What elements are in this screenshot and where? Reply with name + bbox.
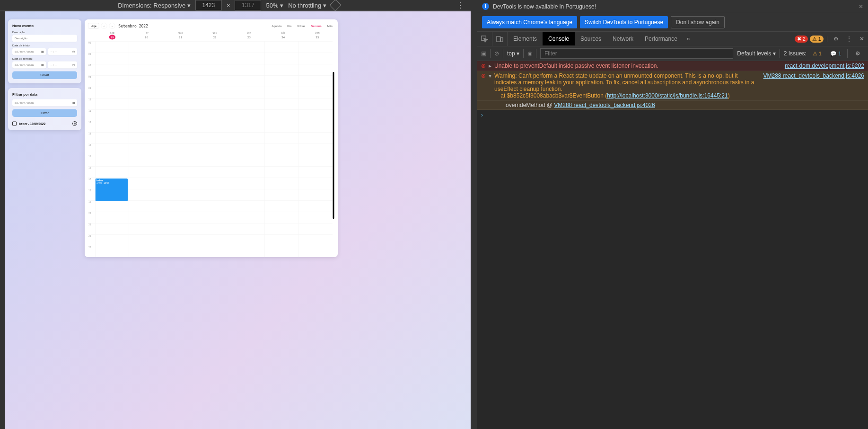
day-number[interactable]: 25 <box>314 35 320 40</box>
clear-console-icon[interactable]: ⊘ <box>494 50 499 57</box>
rotate-icon[interactable] <box>329 0 341 11</box>
day-number[interactable]: 21 <box>177 35 184 40</box>
console-error-row[interactable]: ⊗ ▸ Unable to preventDefault inside pass… <box>477 61 868 71</box>
start-date-input[interactable]: dd / mm / aaaa▦ <box>12 48 46 55</box>
hour-label: 22 <box>88 234 95 246</box>
issues-label[interactable]: 2 Issues: <box>784 50 807 57</box>
warning-count-badge[interactable]: ⚠ 1 <box>810 36 824 43</box>
log-source-link[interactable]: VM288 react_devtools_backend.js:4026 <box>763 72 864 99</box>
switch-language-button[interactable]: Switch DevTools to Portuguese <box>580 16 668 28</box>
infobar-close-icon[interactable]: ✕ <box>859 3 863 10</box>
match-language-button[interactable]: Always match Chrome's language <box>482 16 577 28</box>
error-icon: ⊗ <box>481 63 489 69</box>
log-message: Unable to preventDefault inside passive … <box>494 63 779 69</box>
live-expression-icon[interactable]: ◉ <box>527 50 532 57</box>
more-icon[interactable]: ⋮ <box>842 36 856 42</box>
devtools-tab-bar: Elements Console Sources Network Perform… <box>477 32 868 46</box>
inspect-element-icon[interactable] <box>477 32 492 46</box>
scrollbar-thumb[interactable] <box>333 72 334 219</box>
hour-label: 09 <box>88 87 95 98</box>
stack-trace-row[interactable]: overrideMethod @ VM288 react_devtools_ba… <box>477 101 868 110</box>
issues-warn-pill[interactable]: ⚠ 1 <box>810 50 824 57</box>
calendar-icon: ▦ <box>41 63 44 67</box>
event-list-item: beber - 19/09/2022 ✕ <box>12 121 77 126</box>
more-options-icon[interactable]: ⋮ <box>456 1 465 10</box>
view-week[interactable]: Semana <box>309 23 323 28</box>
day-name: Sáb <box>266 31 300 34</box>
log-message: Warning: Can't perform a React state upd… <box>494 72 758 99</box>
new-event-card: Novo evento Descrição Data de início dd … <box>8 19 81 83</box>
hour-label: 16 <box>88 166 95 178</box>
start-time-input[interactable]: -- : --◷ <box>48 48 77 55</box>
today-button[interactable]: Hoje <box>88 23 99 29</box>
delete-event-icon[interactable]: ✕ <box>72 121 77 126</box>
dismiss-language-button[interactable]: Don't show again <box>671 16 725 28</box>
event-item-text: beber - 19/09/2022 <box>19 122 70 125</box>
calendar-event-block[interactable]: beber 17:04 - 19:04 <box>96 179 128 201</box>
tab-sources[interactable]: Sources <box>575 32 607 45</box>
issues-info-pill[interactable]: 💬 1 <box>828 50 843 57</box>
zoom-dropdown[interactable]: 50% <box>266 2 283 9</box>
calendar-scrollbar[interactable] <box>333 41 334 257</box>
log-source-link[interactable]: react-dom.development.js:6202 <box>785 63 864 69</box>
log-levels-dropdown[interactable]: Default levels <box>737 50 775 57</box>
tab-elements[interactable]: Elements <box>508 32 543 45</box>
stack-method: overrideMethod @ <box>506 102 554 108</box>
filter-date-input[interactable]: dd / mm / aaaa▦ <box>12 99 77 107</box>
console-filter-input[interactable] <box>540 48 733 59</box>
event-time: 17:04 - 19:04 <box>96 182 127 184</box>
error-icon: ⊗ <box>481 72 489 99</box>
width-input[interactable] <box>195 0 222 10</box>
pane-resize-handle[interactable]: ⋮⋮ <box>471 0 477 429</box>
tab-console[interactable]: Console <box>543 32 575 45</box>
hour-label: 12 <box>88 121 95 132</box>
calendar-panel: Hoje ‹ › Setembro 2022 Agenda Dia 3 Dias… <box>85 19 338 257</box>
hour-label: 06 <box>88 53 95 64</box>
disclosure-icon[interactable]: ▸ <box>489 63 494 69</box>
dimensions-dropdown[interactable]: Dimensions: Responsive <box>118 2 191 9</box>
next-week-button[interactable]: › <box>109 23 115 29</box>
prev-week-button[interactable]: ‹ <box>101 23 107 29</box>
end-time-input[interactable]: -- : --◷ <box>48 62 77 69</box>
tabs-overflow-icon[interactable]: » <box>683 36 694 42</box>
tab-network[interactable]: Network <box>607 32 639 45</box>
console-log-area[interactable]: ⊗ ▸ Unable to preventDefault inside pass… <box>477 61 868 429</box>
day-number[interactable]: 19 <box>109 35 115 40</box>
error-count-badge[interactable]: ✖ 2 <box>795 36 808 43</box>
save-button[interactable]: Salvar <box>12 72 77 80</box>
view-day[interactable]: Dia <box>285 23 293 28</box>
filter-title: Filtrar por data <box>12 92 77 97</box>
view-3days[interactable]: 3 Dias <box>295 23 307 28</box>
svg-rect-1 <box>497 36 500 41</box>
close-devtools-icon[interactable]: ✕ <box>856 36 868 42</box>
hour-label: 18 <box>88 189 95 200</box>
console-sidebar-toggle-icon[interactable]: ▣ <box>481 50 486 57</box>
view-month[interactable]: Mês <box>325 23 334 28</box>
calendar-month-title: Setembro 2022 <box>118 24 148 28</box>
context-selector[interactable]: top <box>507 50 519 57</box>
view-agenda[interactable]: Agenda <box>270 23 284 28</box>
throttling-dropdown[interactable]: No throttling <box>288 2 326 9</box>
device-toggle-icon[interactable] <box>492 32 508 46</box>
event-checkbox[interactable] <box>12 122 17 126</box>
log-inline-link[interactable]: http://localhost:3000/static/js/bundle.j… <box>607 92 728 99</box>
console-warning-row[interactable]: ⊗ ▾ Warning: Can't perform a React state… <box>477 71 868 101</box>
tab-performance[interactable]: Performance <box>639 32 683 45</box>
calendar-grid[interactable]: 05060708091011121314151617181920212223 b… <box>88 41 334 257</box>
height-input[interactable] <box>235 0 261 10</box>
description-input[interactable] <box>12 35 77 42</box>
day-number[interactable]: 23 <box>246 35 252 40</box>
device-preview-pane: Dimensions: Responsive × 50% No throttli… <box>0 0 471 429</box>
day-number[interactable]: 20 <box>143 35 149 40</box>
console-settings-icon[interactable]: ⚙ <box>851 50 864 57</box>
end-date-input[interactable]: dd / mm / aaaa▦ <box>12 62 46 69</box>
disclosure-icon[interactable]: ▾ <box>489 72 494 99</box>
day-number[interactable]: 22 <box>211 35 218 40</box>
stack-link[interactable]: VM288 react_devtools_backend.js:4026 <box>554 102 655 108</box>
console-prompt[interactable]: › <box>477 110 868 120</box>
hour-label: 11 <box>88 109 95 121</box>
filter-button[interactable]: Filtrar <box>12 109 77 117</box>
day-name: Seg <box>95 31 129 34</box>
day-number[interactable]: 24 <box>280 35 286 40</box>
settings-icon[interactable]: ⚙ <box>830 36 842 42</box>
